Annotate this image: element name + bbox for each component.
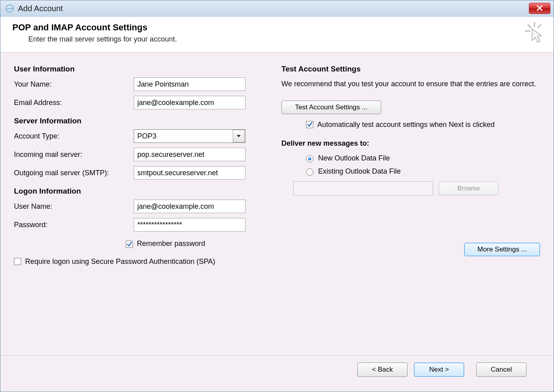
existing-pst-radio[interactable]: [306, 168, 313, 176]
spa-checkbox[interactable]: [14, 258, 21, 265]
existing-pst-label: Existing Outlook Data File: [318, 167, 401, 176]
label-username: User Name:: [14, 202, 134, 211]
existing-pst-path-input[interactable]: [293, 181, 433, 196]
more-settings-button[interactable]: More Settings ...: [464, 243, 540, 256]
incoming-server-input[interactable]: [134, 148, 245, 161]
spa-label: Require logon using Secure Password Auth…: [25, 257, 215, 266]
close-button[interactable]: [529, 3, 550, 14]
next-button[interactable]: Next >: [414, 362, 464, 377]
outgoing-server-input[interactable]: [134, 166, 245, 180]
app-icon: [5, 4, 14, 13]
auto-test-checkbox[interactable]: [306, 121, 313, 128]
wizard-header: POP and IMAP Account Settings Enter the …: [0, 17, 554, 53]
label-your-name: Your Name:: [14, 80, 134, 89]
label-incoming: Incoming mail server:: [14, 150, 134, 159]
label-password: Password:: [14, 221, 134, 229]
section-test-settings: Test Account Settings: [281, 65, 540, 73]
remember-password-label: Remember password: [137, 240, 205, 248]
cancel-button[interactable]: Cancel: [476, 362, 526, 377]
label-email: Email Address:: [14, 99, 134, 107]
section-user-info: User Information: [14, 65, 257, 73]
chevron-down-icon: [233, 130, 245, 143]
left-column: User Information Your Name: Email Addres…: [14, 62, 257, 350]
svg-line-2: [528, 25, 531, 28]
add-account-window: Add Account POP and IMAP Account Setting…: [0, 0, 554, 392]
svg-line-3: [538, 25, 541, 28]
titlebar: Add Account: [0, 0, 554, 17]
section-server-info: Server Information: [14, 117, 257, 125]
username-input[interactable]: [134, 200, 245, 213]
browse-button[interactable]: Browse: [439, 182, 499, 195]
test-description: We recommend that you test your account …: [281, 79, 540, 89]
auto-test-label: Automatically test account settings when…: [317, 120, 495, 129]
window-title: Add Account: [18, 4, 529, 13]
close-icon: [537, 4, 542, 13]
your-name-input[interactable]: [134, 77, 245, 91]
label-outgoing: Outgoing mail server (SMTP):: [14, 169, 134, 177]
wizard-footer: < Back Next > Cancel: [14, 356, 540, 384]
account-type-value: POP3: [137, 132, 233, 141]
password-input[interactable]: [134, 218, 245, 232]
cursor-click-icon: [521, 21, 545, 45]
page-subtitle: Enter the mail server settings for your …: [28, 35, 542, 44]
right-column: Test Account Settings We recommend that …: [281, 62, 540, 350]
label-account-type: Account Type:: [14, 132, 134, 141]
deliver-title: Deliver new messages to:: [281, 139, 540, 148]
section-logon-info: Logon Information: [14, 187, 257, 196]
wizard-body: User Information Your Name: Email Addres…: [0, 53, 554, 392]
back-button[interactable]: < Back: [357, 362, 408, 377]
email-input[interactable]: [134, 96, 245, 109]
new-pst-radio[interactable]: [306, 155, 313, 162]
test-account-settings-button[interactable]: Test Account Settings ...: [281, 101, 381, 114]
page-title: POP and IMAP Account Settings: [12, 22, 542, 33]
account-type-select[interactable]: POP3: [134, 129, 245, 143]
new-pst-label: New Outlook Data File: [318, 154, 390, 162]
remember-password-checkbox[interactable]: [126, 241, 133, 248]
